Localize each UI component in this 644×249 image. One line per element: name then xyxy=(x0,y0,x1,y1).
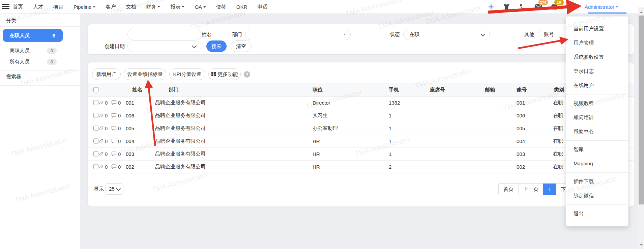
table-row[interactable]: 0 0 002 品聘企业服务有限公司 HR 2 002 在职 xyxy=(88,160,634,173)
table-row[interactable]: 0 0 005 品聘企业服务有限公司 办公室助理 1 005 在职 xyxy=(88,122,634,135)
nav-item-memo[interactable]: 便签 xyxy=(216,4,226,10)
department-select[interactable] xyxy=(245,29,351,40)
cell-title: HR xyxy=(313,164,320,170)
row-checkbox[interactable] xyxy=(93,113,98,118)
attachment-icon[interactable] xyxy=(98,151,104,157)
sidebar-section-search: 搜索器 xyxy=(6,74,21,80)
nav-item-report[interactable]: 报表 xyxy=(170,4,184,10)
menu-item-consultant-training[interactable]: 顾问培训 xyxy=(566,110,628,124)
calendar-icon[interactable]: 10 xyxy=(550,3,558,11)
talent-shirt-icon[interactable] xyxy=(503,3,511,11)
add-user-button[interactable]: 新增用户 xyxy=(92,68,121,80)
row-checkbox[interactable] xyxy=(93,151,98,157)
menu-item-video-tutorials[interactable]: 视频教程 xyxy=(566,96,628,110)
sidebar-item-resigned-staff[interactable]: 离职人员 0 xyxy=(3,45,63,56)
help-icon[interactable]: ? xyxy=(244,71,250,78)
username: Administrator xyxy=(585,4,614,10)
cell-name[interactable]: 006 xyxy=(126,113,134,118)
comment-icon[interactable] xyxy=(111,113,117,118)
page-1-button[interactable]: 1 xyxy=(543,184,556,195)
row-checkbox[interactable] xyxy=(93,164,98,169)
clear-button[interactable]: 清空 xyxy=(231,40,252,52)
menu-item-online-users[interactable]: 在线用户 xyxy=(566,78,628,92)
user-menu-trigger[interactable]: Administrator xyxy=(585,4,618,10)
row-checkbox[interactable] xyxy=(93,100,98,105)
scroll-up-icon[interactable] xyxy=(640,10,643,13)
nav-item-finance[interactable]: 财务 xyxy=(146,4,160,10)
menu-item-system-parameters[interactable]: 系统参数设置 xyxy=(566,50,628,64)
nav-item-okr[interactable]: OKR xyxy=(236,4,247,10)
table-row[interactable]: 0 0 003 品聘企业服务有限公司 HR 1 003 在职 xyxy=(88,147,634,161)
create-date-select[interactable] xyxy=(127,40,201,52)
menu-item-current-user-settings[interactable]: 当前用户设置 xyxy=(566,22,628,36)
table-row[interactable]: 0 0 006 品聘企业服务有限公司 实习生 1 006 在职 xyxy=(88,109,634,122)
sidebar-item-active-staff[interactable]: 在职人员 6 xyxy=(3,29,63,42)
vertical-scrollbar[interactable] xyxy=(638,7,644,249)
add-icon[interactable] xyxy=(487,3,495,11)
menu-item-help-center[interactable]: 帮助中心 xyxy=(566,124,628,139)
attachment-icon[interactable] xyxy=(98,113,104,118)
cell-name[interactable]: 001 xyxy=(126,100,134,106)
nav-item-talent[interactable]: 人才 xyxy=(33,4,43,10)
table-row[interactable]: 0 0 004 品聘企业服务有限公司 HR 1 004 在职 xyxy=(88,135,634,148)
nav-item-oa[interactable]: OA xyxy=(195,4,206,10)
divider xyxy=(0,70,80,71)
mail-icon[interactable]: 174 xyxy=(534,3,543,11)
select-all-checkbox[interactable] xyxy=(93,87,98,92)
menu-item-login-log[interactable]: 登录日志 xyxy=(566,64,628,78)
attachment-icon[interactable] xyxy=(98,126,104,131)
cell-title: 实习生 xyxy=(313,112,328,119)
attachment-count: 0 xyxy=(105,113,108,118)
cell-dept: 品聘企业服务有限公司 xyxy=(155,138,206,144)
menu-item-plugin-download[interactable]: 插件下载 xyxy=(566,174,628,189)
scroll-down-icon[interactable] xyxy=(640,244,643,247)
row-checkbox[interactable] xyxy=(93,126,98,131)
sidebar-item-all-staff[interactable]: 所有人员 0 xyxy=(3,56,63,67)
search-button[interactable]: 搜索 xyxy=(206,40,227,52)
menu-item-bind-wechat[interactable]: 绑定微信 xyxy=(566,189,628,203)
attachment-icon[interactable] xyxy=(98,139,104,144)
cell-mobile: 2 xyxy=(389,164,391,170)
menu-item-logout[interactable]: 退出 xyxy=(566,206,628,221)
attachment-icon[interactable] xyxy=(98,100,104,105)
menu-item-knowledge-base[interactable]: 智库 xyxy=(566,142,628,157)
nav-item-document[interactable]: 文档 xyxy=(126,4,136,10)
user-management-page: 首页 人才 项目 Pipeline 客户 文档 财务 报表 OA 便签 OKR … xyxy=(0,0,644,249)
search-icon[interactable] xyxy=(566,3,574,11)
first-page-button[interactable]: 首页 xyxy=(499,184,518,195)
name-input[interactable] xyxy=(127,29,201,40)
page-size-select[interactable]: 25 xyxy=(105,183,123,195)
status-select[interactable]: 在职 xyxy=(403,29,490,40)
menu-item-mapping[interactable]: Mapping xyxy=(566,157,628,171)
attachment-icon[interactable] xyxy=(98,164,104,169)
more-functions-button[interactable]: 更多功能 xyxy=(208,68,241,80)
scrollbar-thumb[interactable] xyxy=(639,16,644,204)
table-row[interactable]: 0 0 001 品聘企业服务有限公司 Director 1382 001 在职 xyxy=(88,96,634,109)
cell-name[interactable]: 005 xyxy=(126,126,134,131)
kpi-score-settings-button[interactable]: KPI分值设置 xyxy=(169,68,205,80)
comment-icon[interactable] xyxy=(111,164,117,169)
nav-item-project[interactable]: 项目 xyxy=(53,4,63,10)
phone-icon[interactable] xyxy=(519,3,527,11)
cell-name[interactable]: 002 xyxy=(126,164,134,170)
user-dropdown-menu: TMA Administrator TMA Administrator TMA … xyxy=(566,16,628,226)
sidebar: 分类 在职人员 6 离职人员 0 所有人员 0 搜索器 xyxy=(0,13,80,249)
nav-item-home[interactable]: 首页 xyxy=(13,4,23,10)
comment-icon[interactable] xyxy=(111,126,117,131)
row-checkbox[interactable] xyxy=(93,139,98,144)
set-kpi-quota-button[interactable]: 设置业绩指标量 xyxy=(124,68,166,80)
col-header-title: 职位 xyxy=(313,87,323,93)
cell-name[interactable]: 004 xyxy=(126,138,134,144)
col-header-mobile: 手机 xyxy=(389,87,399,93)
comment-icon[interactable] xyxy=(111,100,117,105)
comment-icon[interactable] xyxy=(111,151,117,157)
prev-page-button[interactable]: 上一页 xyxy=(518,184,543,195)
nav-item-pipeline[interactable]: Pipeline xyxy=(74,4,95,10)
nav-item-phone[interactable]: 电话 xyxy=(258,4,268,10)
menu-item-user-management[interactable]: 用户管理 xyxy=(566,36,628,50)
divider xyxy=(0,85,80,86)
nav-item-customer[interactable]: 客户 xyxy=(106,4,116,10)
comment-icon[interactable] xyxy=(111,139,117,144)
cell-name[interactable]: 003 xyxy=(126,151,134,157)
menu-icon[interactable] xyxy=(2,4,9,10)
